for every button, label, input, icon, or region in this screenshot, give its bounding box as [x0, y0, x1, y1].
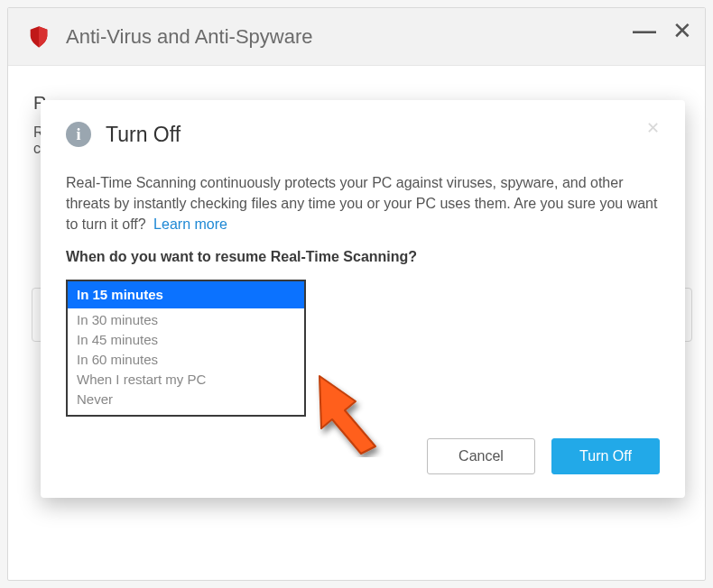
- dropdown-option[interactable]: In 30 minutes: [68, 310, 304, 330]
- dialog-close-button[interactable]: ✕: [646, 122, 660, 134]
- dropdown-selected[interactable]: In 15 minutes: [68, 281, 304, 308]
- dropdown-list: In 30 minutes In 45 minutes In 60 minute…: [68, 308, 304, 415]
- dialog-footer: Cancel Turn Off: [66, 438, 660, 474]
- dropdown-option[interactable]: Never: [68, 390, 304, 409]
- dropdown-option[interactable]: When I restart my PC: [68, 370, 304, 390]
- dropdown-option[interactable]: In 60 minutes: [68, 350, 304, 370]
- cancel-button[interactable]: Cancel: [427, 438, 535, 474]
- minimize-button[interactable]: —: [633, 21, 656, 41]
- app-title: Anti-Virus and Anti-Spyware: [66, 25, 313, 49]
- turn-off-button[interactable]: Turn Off: [551, 438, 660, 474]
- dialog-body: Real-Time Scanning continuously protects…: [66, 172, 660, 417]
- info-icon: i: [66, 122, 91, 147]
- shield-icon: [26, 24, 51, 50]
- close-button[interactable]: ✕: [672, 21, 692, 41]
- dialog-header: i Turn Off ✕: [66, 122, 660, 147]
- resume-dropdown[interactable]: In 15 minutes In 30 minutes In 45 minute…: [66, 280, 306, 417]
- turn-off-dialog: i Turn Off ✕ Real-Time Scanning continuo…: [41, 100, 685, 498]
- resume-question: When do you want to resume Real-Time Sca…: [66, 246, 660, 267]
- window-controls: — ✕: [633, 21, 692, 41]
- app-window: risk.com Anti-Virus and Anti-Spyware — ✕…: [7, 7, 706, 581]
- dropdown-option[interactable]: In 45 minutes: [68, 330, 304, 350]
- dialog-title: Turn Off: [106, 123, 181, 147]
- title-bar: Anti-Virus and Anti-Spyware — ✕: [8, 8, 705, 66]
- learn-more-link[interactable]: Learn more: [153, 216, 227, 232]
